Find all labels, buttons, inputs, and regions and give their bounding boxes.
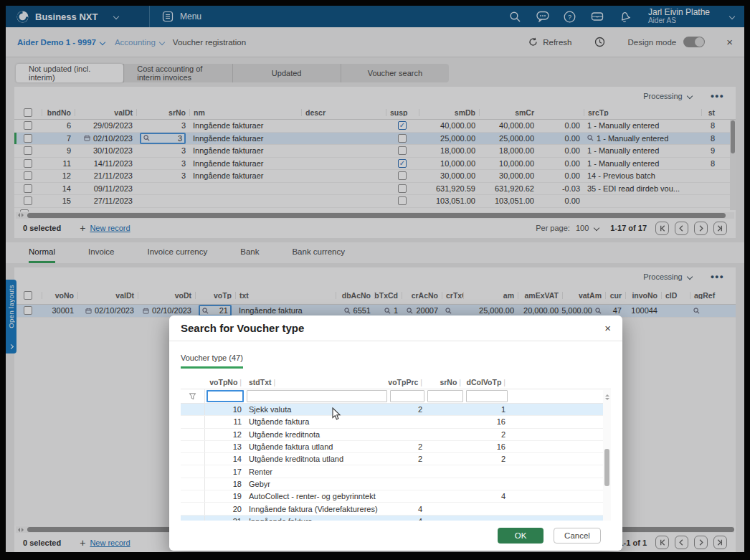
mouse-cursor bbox=[332, 407, 341, 421]
filter-input-voTpPrc[interactable] bbox=[390, 390, 424, 402]
filter-icon bbox=[189, 392, 196, 400]
cell-voTpPrc[interactable]: 2 bbox=[389, 442, 426, 451]
cell-dColVoTp[interactable]: 16 bbox=[465, 442, 509, 451]
voucher-type-table: voTpNo |stdTxt |voTpPrc |srNo |dColVoTp … bbox=[181, 375, 611, 521]
cell-voTpNo[interactable]: 12 bbox=[205, 430, 245, 439]
cell-stdTxt[interactable]: Utgående faktura bbox=[245, 417, 389, 426]
cell-stdTxt[interactable]: Gebyr bbox=[245, 480, 389, 488]
cell-voTpPrc[interactable]: 4 bbox=[389, 505, 426, 513]
cell-stdTxt[interactable]: Utgående kreditnota bbox=[245, 430, 389, 439]
voucher-type-row[interactable]: 18Gebyr bbox=[181, 478, 611, 490]
voucher-type-header: voTpNo |stdTxt |voTpPrc |srNo |dColVoTp … bbox=[181, 375, 611, 389]
filter-input-dColVoTp[interactable] bbox=[466, 390, 508, 402]
voucher-type-row[interactable]: 14Utgående kreditnota utland22 bbox=[181, 453, 611, 465]
cell-stdTxt[interactable]: Renter bbox=[245, 468, 389, 476]
cell-voTpNo[interactable]: 19 bbox=[205, 492, 245, 500]
cell-voTpNo[interactable]: 20 bbox=[205, 505, 245, 513]
voucher-type-row[interactable]: 12Utgående kreditnota2 bbox=[181, 429, 611, 441]
modal-title: Search for Voucher type bbox=[181, 322, 304, 334]
voucher-type-body: 10Sjekk valuta2111Utgående faktura1612Ut… bbox=[181, 404, 611, 521]
cell-voTpNo[interactable]: 11 bbox=[205, 417, 245, 426]
cell-voTpNo[interactable]: 17 bbox=[205, 468, 245, 476]
voucher-type-row[interactable]: 11Utgående faktura16 bbox=[181, 416, 611, 428]
filter-input-srNo[interactable] bbox=[427, 390, 463, 402]
cell-voTpPrc[interactable]: 4 bbox=[389, 517, 426, 521]
voucher-type-row[interactable]: 13Utgående faktura utland216 bbox=[181, 441, 611, 453]
ok-button[interactable]: OK bbox=[498, 528, 543, 544]
cell-voTpNo[interactable]: 14 bbox=[205, 455, 245, 463]
voucher-type-row[interactable]: 21Inngående faktura4 bbox=[181, 516, 611, 521]
column-header-voTpNo[interactable]: voTpNo | bbox=[205, 378, 245, 386]
cell-dColVoTp[interactable]: 16 bbox=[465, 417, 509, 426]
voucher-type-row[interactable]: 10Sjekk valuta21 bbox=[181, 404, 611, 416]
cell-stdTxt[interactable]: Utgående faktura utland bbox=[245, 442, 389, 451]
modal-close-icon[interactable]: × bbox=[604, 322, 611, 334]
filter-input-voTpNo[interactable] bbox=[207, 390, 244, 402]
voucher-type-row[interactable]: 20Inngående faktura (Viderefaktureres)4 bbox=[181, 503, 611, 515]
vertical-scrollbar[interactable] bbox=[603, 390, 611, 521]
cell-stdTxt[interactable]: Sjekk valuta bbox=[245, 405, 389, 414]
column-header-srNo[interactable]: srNo | bbox=[426, 378, 465, 386]
column-header-voTpPrc[interactable]: voTpPrc | bbox=[389, 378, 426, 386]
column-header-dColVoTp[interactable]: dColVoTp | bbox=[465, 378, 509, 386]
cell-voTpNo[interactable]: 21 bbox=[205, 517, 245, 521]
filter-input-stdTxt[interactable] bbox=[247, 390, 387, 402]
cell-voTpNo[interactable]: 10 bbox=[205, 405, 245, 414]
cell-dColVoTp[interactable]: 4 bbox=[465, 492, 509, 500]
cell-voTpNo[interactable]: 13 bbox=[205, 442, 245, 451]
cell-stdTxt[interactable]: Utgående kreditnota utland bbox=[245, 455, 389, 463]
cancel-button[interactable]: Cancel bbox=[554, 528, 601, 544]
cell-voTpPrc[interactable]: 2 bbox=[389, 405, 426, 414]
column-header-stdTxt[interactable]: stdTxt | bbox=[245, 378, 389, 386]
voucher-type-row[interactable]: 17Renter bbox=[181, 465, 611, 478]
cell-voTpNo[interactable]: 18 bbox=[205, 480, 245, 488]
cell-dColVoTp[interactable]: 2 bbox=[465, 430, 509, 439]
cell-stdTxt[interactable]: Inngående faktura (Viderefaktureres) bbox=[245, 505, 389, 513]
cell-stdTxt[interactable]: Inngående faktura bbox=[245, 517, 389, 521]
app-window: Business NXT Menu ? bbox=[6, 6, 744, 552]
cell-stdTxt[interactable]: AutoCollect - renter- og gebyrinntekt bbox=[245, 492, 389, 500]
tab-voucher-type[interactable]: Voucher type (47) bbox=[181, 353, 243, 369]
cell-voTpPrc[interactable]: 2 bbox=[389, 455, 426, 463]
search-voucher-type-modal: Search for Voucher type × Voucher type (… bbox=[169, 315, 622, 551]
screen-frame: Business NXT Menu ? bbox=[0, 0, 750, 560]
voucher-type-row[interactable]: 19AutoCollect - renter- og gebyrinntekt4 bbox=[181, 490, 611, 503]
filter-row bbox=[181, 389, 611, 404]
cell-dColVoTp[interactable]: 2 bbox=[465, 455, 509, 463]
cell-dColVoTp[interactable]: 1 bbox=[465, 405, 509, 414]
